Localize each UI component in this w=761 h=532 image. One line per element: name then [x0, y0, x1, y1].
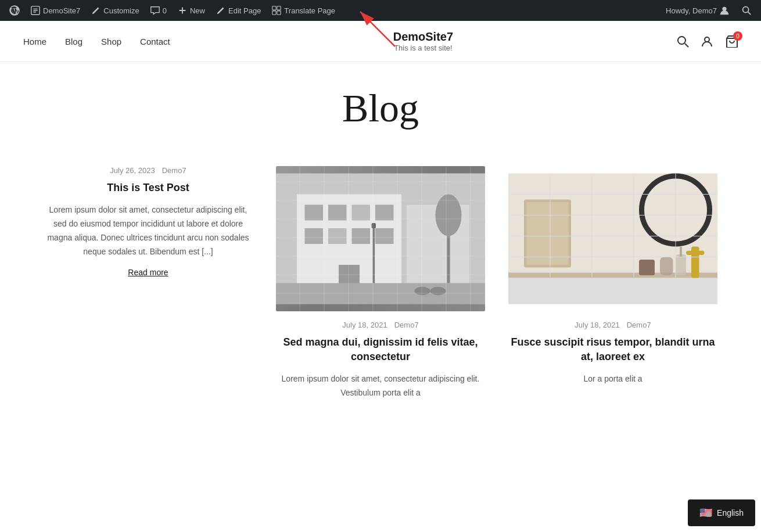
customize-icon: [91, 5, 101, 16]
svg-rect-22: [328, 228, 347, 244]
svg-rect-30: [372, 223, 376, 228]
svg-rect-16: [407, 205, 469, 289]
svg-point-7: [743, 7, 749, 13]
svg-rect-29: [373, 226, 375, 283]
nav-shop[interactable]: Shop: [101, 37, 121, 46]
post-author-1: Demo7: [162, 166, 186, 175]
post-date-3: July 18, 2021: [575, 321, 619, 329]
svg-rect-21: [305, 228, 324, 244]
edit-icon: [216, 5, 226, 16]
svg-rect-20: [375, 205, 394, 221]
svg-rect-44: [686, 251, 705, 255]
svg-point-27: [415, 287, 430, 295]
post-date-1: July 26, 2023: [110, 166, 155, 175]
post-card-2: July 18, 2021 Demo7 Sed magna dui, digni…: [276, 166, 485, 409]
svg-rect-36: [527, 202, 569, 265]
site-branding: DemoSite7 This is a test site!: [393, 30, 453, 52]
post-card-1: July 26, 2023 Demo7 This is Test Post Lo…: [44, 166, 253, 277]
user-avatar-icon: [719, 5, 730, 16]
svg-point-10: [678, 37, 685, 44]
svg-rect-18: [328, 205, 347, 221]
customize-button[interactable]: Customize: [86, 0, 143, 21]
wordpress-icon: [9, 5, 20, 16]
post-title-2: Sed magna dui, dignissim id felis vitae,…: [276, 335, 485, 364]
comments-icon: [150, 5, 160, 16]
howdy-button[interactable]: Howdy, Demo7: [661, 0, 734, 21]
new-label: New: [190, 6, 205, 15]
post-author-2: Demo7: [394, 321, 419, 329]
comments-count: 0: [163, 6, 167, 15]
site-title: DemoSite7: [393, 30, 453, 44]
svg-rect-40: [660, 257, 673, 276]
wp-logo-button[interactable]: [5, 0, 24, 21]
customize-label: Customize: [103, 6, 139, 15]
site-header: Home Blog Shop Contact DemoSite7 This is…: [0, 21, 761, 62]
svg-rect-25: [339, 265, 360, 289]
svg-rect-3: [277, 6, 281, 10]
post-image-3: [508, 166, 717, 311]
svg-rect-41: [676, 254, 686, 275]
new-button[interactable]: New: [173, 0, 210, 21]
svg-point-28: [430, 287, 446, 295]
post-date-2: July 18, 2021: [342, 321, 387, 329]
admin-bar-right: Howdy, Demo7: [661, 0, 756, 21]
edit-page-button[interactable]: Edit Page: [211, 0, 265, 21]
admin-bar: DemoSite7 Customize 0: [0, 0, 761, 21]
site-name-button[interactable]: DemoSite7: [26, 0, 85, 21]
svg-rect-4: [272, 11, 276, 15]
post-meta-3: July 18, 2021 Demo7: [508, 321, 717, 329]
svg-rect-19: [352, 205, 371, 221]
cart-count: 0: [733, 31, 742, 41]
svg-rect-32: [447, 236, 450, 283]
post-meta-1: July 26, 2023 Demo7: [44, 166, 253, 175]
search-icon: [741, 5, 752, 16]
svg-rect-26: [276, 283, 485, 304]
site-name-label: DemoSite7: [43, 6, 80, 15]
svg-rect-14: [276, 174, 485, 304]
admin-bar-left: DemoSite7 Customize 0: [5, 0, 661, 21]
post-excerpt-3: Lor a porta elit a: [508, 372, 717, 386]
site-icon: [30, 5, 41, 16]
plus-icon: [177, 5, 188, 16]
nav-home[interactable]: Home: [23, 37, 46, 46]
read-more-1[interactable]: Read more: [44, 268, 253, 277]
comments-button[interactable]: 0: [145, 0, 171, 21]
header-account-button[interactable]: [701, 35, 713, 48]
site-tagline: This is a test site!: [393, 44, 453, 52]
svg-rect-15: [297, 195, 401, 289]
nav-contact[interactable]: Contact: [140, 37, 170, 46]
post-excerpt-2: Lorem ipsum dolor sit amet, consectetur …: [276, 372, 485, 400]
main-nav: Home Blog Shop Contact: [23, 37, 170, 46]
header-search-button[interactable]: [676, 35, 689, 48]
header-icons: 0: [676, 35, 738, 48]
translate-page-button[interactable]: Translate Page: [267, 0, 340, 21]
translate-page-label: Translate Page: [284, 6, 335, 15]
howdy-label: Howdy, Demo7: [666, 6, 717, 15]
post-title-1: This is Test Post: [44, 181, 253, 195]
search-button[interactable]: [737, 0, 756, 21]
post-excerpt-1: Lorem ipsum dolor sit amet, consectetur …: [44, 203, 253, 258]
svg-rect-2: [272, 6, 276, 10]
svg-rect-23: [352, 228, 371, 244]
edit-page-label: Edit Page: [228, 6, 261, 15]
post-card-3: July 18, 2021 Demo7 Fusce suscipit risus…: [508, 166, 717, 396]
svg-point-31: [436, 195, 462, 236]
post-image-2: [276, 166, 485, 311]
cart-button[interactable]: 0: [725, 35, 738, 48]
post-title-3: Fusce suscipit risus tempor, blandit urn…: [508, 335, 717, 364]
main-content: Blog July 26, 2023 Demo7 This is Test Po…: [32, 62, 729, 433]
svg-rect-24: [375, 228, 394, 244]
nav-blog[interactable]: Blog: [65, 37, 82, 46]
blog-grid: July 26, 2023 Demo7 This is Test Post Lo…: [44, 166, 717, 409]
svg-line-8: [748, 12, 751, 15]
svg-rect-38: [508, 278, 717, 304]
svg-point-12: [705, 37, 709, 42]
svg-rect-42: [680, 247, 682, 257]
post-meta-2: July 18, 2021 Demo7: [276, 321, 485, 329]
post-author-3: Demo7: [627, 321, 651, 329]
svg-rect-37: [508, 273, 717, 278]
translate-icon: [271, 5, 282, 16]
svg-rect-39: [639, 260, 655, 275]
svg-point-6: [722, 7, 726, 11]
svg-line-11: [685, 44, 688, 47]
